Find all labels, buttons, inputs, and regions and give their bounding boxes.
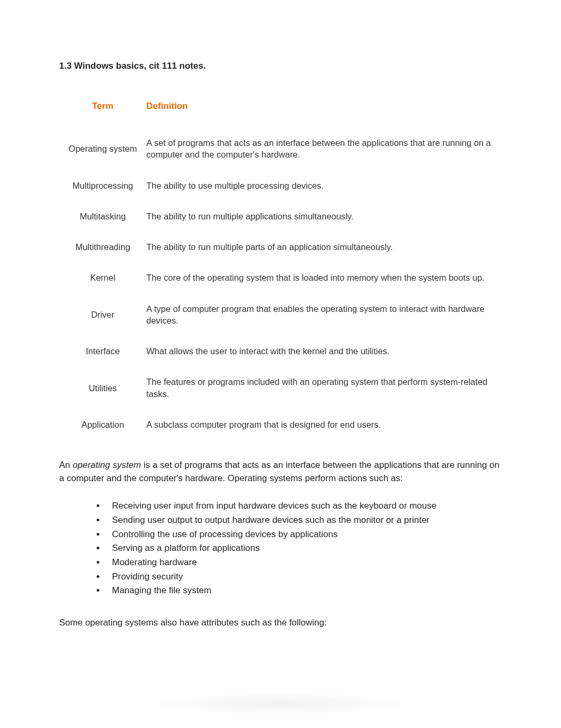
term-cell: Kernel xyxy=(59,262,146,293)
definition-cell: The ability to run multiple parts of an … xyxy=(146,232,502,262)
paragraph-prefix: An xyxy=(59,460,73,470)
list-item: Serving as a platform for applications xyxy=(106,542,444,555)
intro-paragraph: An operating system is a set of programs… xyxy=(59,459,502,485)
list-item: Moderating hardware xyxy=(106,556,444,569)
column-header-definition: Definition xyxy=(146,97,502,127)
definition-cell: What allows the user to interact with th… xyxy=(146,336,502,366)
terms-table: Term Definition Operating system A set o… xyxy=(59,97,502,440)
list-item: Providing security xyxy=(106,570,444,584)
definition-cell: The ability to run multiple applications… xyxy=(146,201,502,232)
definition-cell: A set of programs that acts as an interf… xyxy=(146,127,502,170)
document-page: 1.3 Windows basics, cit 111 notes. Term … xyxy=(0,0,561,728)
table-row: Application A subclass computer program … xyxy=(59,409,502,440)
term-cell: Multithreading xyxy=(59,232,146,262)
definition-cell: A subclass computer program that is desi… xyxy=(146,409,502,440)
list-item: Managing the file system xyxy=(106,584,444,597)
term-cell: Application xyxy=(59,409,146,440)
definition-cell: The features or programs included with a… xyxy=(146,366,502,409)
term-cell: Operating system xyxy=(59,127,146,170)
followup-paragraph: Some operating systems also have attribu… xyxy=(59,616,502,630)
table-row: Interface What allows the user to intera… xyxy=(59,336,502,366)
page-title: 1.3 Windows basics, cit 111 notes. xyxy=(59,61,502,71)
definition-cell: The ability to use multiple processing d… xyxy=(146,170,502,201)
list-item: Receiving user input from input hardware… xyxy=(106,500,444,513)
table-row: Operating system A set of programs that … xyxy=(59,127,502,170)
definition-cell: The core of the operating system that is… xyxy=(146,262,502,293)
term-cell: Interface xyxy=(59,336,146,366)
table-header-row: Term Definition xyxy=(59,97,502,127)
table-row: Utilities The features or programs inclu… xyxy=(59,366,502,409)
table-row: Multiprocessing The ability to use multi… xyxy=(59,170,502,201)
column-header-term: Term xyxy=(59,97,146,127)
definition-cell: A type of computer program that enables … xyxy=(146,293,502,336)
term-cell: Multitasking xyxy=(59,201,146,232)
actions-list: Receiving user input from input hardware… xyxy=(106,500,444,597)
list-item: Sending user output to output hardware d… xyxy=(106,514,444,527)
term-cell: Utilities xyxy=(59,366,146,409)
table-row: Kernel The core of the operating system … xyxy=(59,262,502,293)
table-row: Driver A type of computer program that e… xyxy=(59,293,502,336)
list-item: Controlling the use of processing device… xyxy=(106,528,444,541)
term-cell: Driver xyxy=(59,293,146,336)
table-row: Multitasking The ability to run multiple… xyxy=(59,201,502,232)
table-row: Multithreading The ability to run multip… xyxy=(59,232,502,262)
paragraph-emphasis: operating system xyxy=(73,460,141,470)
term-cell: Multiprocessing xyxy=(59,170,146,201)
page-cutoff-shadow xyxy=(148,693,413,714)
